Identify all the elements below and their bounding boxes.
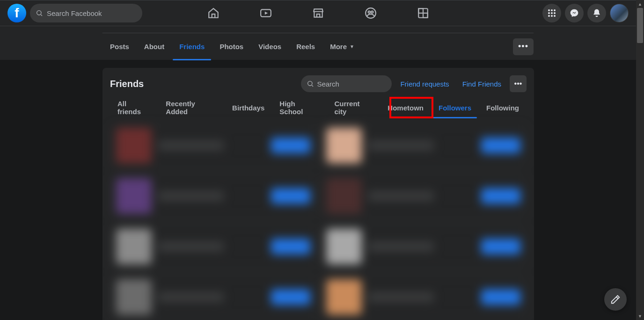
follower-avatar — [326, 229, 362, 264]
subtab-hometown[interactable]: Hometown — [380, 96, 431, 119]
notifications-button[interactable] — [587, 4, 606, 22]
center-nav — [189, 2, 447, 24]
friends-subtabs: All friends Recently Added Birthdays Hig… — [110, 96, 527, 119]
friend-requests-link[interactable]: Friend requests — [395, 80, 454, 88]
messenger-icon — [570, 8, 579, 18]
svg-point-4 — [366, 8, 376, 18]
marketplace-icon — [312, 7, 324, 19]
nav-gaming[interactable] — [399, 2, 447, 24]
follower-name — [368, 292, 434, 302]
profile-tab-more[interactable]: More ▼ — [322, 33, 362, 60]
add-friend-button[interactable] — [271, 138, 310, 153]
new-message-button[interactable] — [604, 288, 627, 311]
follower-avatar — [116, 229, 152, 264]
scrollbar-track[interactable] — [636, 8, 644, 312]
profile-tab-about[interactable]: About — [137, 33, 172, 60]
follower-name — [158, 292, 224, 302]
svg-marker-3 — [264, 12, 268, 15]
subtab-current-city[interactable]: Current city — [327, 96, 380, 119]
follower-name — [368, 241, 434, 252]
nav-home[interactable] — [189, 2, 238, 24]
add-friend-button[interactable] — [271, 289, 310, 305]
profile-tab-reels[interactable]: Reels — [289, 33, 322, 60]
search-icon — [307, 80, 314, 87]
follower-card[interactable] — [320, 276, 527, 318]
follower-card[interactable] — [320, 125, 527, 166]
follower-avatar — [116, 279, 152, 315]
follower-name — [368, 191, 434, 201]
subtab-following[interactable]: Following — [479, 96, 527, 119]
follower-card[interactable] — [110, 125, 316, 166]
subtab-birthdays[interactable]: Birthdays — [225, 96, 272, 119]
top-nav: f Search Facebook — [0, 0, 636, 26]
subtab-all-friends[interactable]: All friends — [110, 96, 158, 119]
follower-avatar — [116, 128, 152, 163]
profile-more-actions[interactable]: ••• — [513, 38, 534, 55]
svg-point-18 — [554, 15, 556, 17]
add-friend-button[interactable] — [481, 239, 520, 255]
add-friend-button[interactable] — [271, 239, 310, 255]
add-friend-button[interactable] — [271, 188, 310, 204]
svg-point-13 — [548, 12, 550, 14]
menu-button[interactable] — [542, 4, 561, 22]
friends-title: Friends — [110, 79, 144, 89]
home-icon — [207, 7, 220, 19]
subtab-recently-added[interactable]: Recently Added — [158, 96, 225, 119]
profile-tab-posts[interactable]: Posts — [102, 33, 137, 60]
subtab-followers[interactable]: Followers — [431, 96, 479, 119]
profile-tab-photos[interactable]: Photos — [212, 33, 251, 60]
nav-marketplace[interactable] — [294, 2, 343, 24]
svg-point-10 — [548, 9, 550, 11]
follower-avatar — [326, 279, 362, 315]
nav-watch[interactable] — [242, 2, 290, 24]
svg-point-6 — [371, 11, 373, 13]
add-friend-button[interactable] — [481, 188, 520, 204]
profile-tabs: Posts About Friends Photos Videos Reels … — [102, 33, 534, 60]
account-avatar[interactable] — [610, 4, 629, 22]
svg-point-17 — [551, 15, 553, 17]
friends-card: Friends Search Friend requests Find Frie… — [102, 68, 534, 320]
search-icon — [36, 9, 43, 17]
subtab-high-school[interactable]: High School — [272, 96, 327, 119]
follower-card[interactable] — [110, 276, 316, 318]
friends-search-placeholder: Search — [317, 80, 339, 88]
right-nav — [542, 4, 629, 22]
follower-avatar — [326, 128, 362, 163]
svg-point-14 — [551, 12, 553, 14]
scroll-down-arrow-icon[interactable]: ▼ — [636, 312, 644, 320]
svg-rect-8 — [418, 8, 423, 13]
global-search[interactable]: Search Facebook — [30, 4, 142, 22]
gaming-icon — [417, 7, 429, 19]
messenger-button[interactable] — [565, 4, 584, 22]
chevron-down-icon: ▼ — [350, 44, 354, 49]
profile-tab-more-label: More — [330, 43, 347, 51]
svg-rect-9 — [423, 13, 428, 18]
nav-groups[interactable] — [346, 2, 395, 24]
follower-name — [158, 140, 224, 151]
add-friend-button[interactable] — [481, 138, 520, 153]
follower-avatar — [116, 178, 152, 214]
follower-name — [158, 191, 224, 201]
scrollbar-thumb[interactable] — [637, 8, 643, 43]
global-search-placeholder: Search Facebook — [47, 9, 102, 17]
facebook-logo[interactable]: f — [7, 4, 26, 22]
follower-card[interactable] — [320, 226, 527, 267]
svg-point-0 — [37, 11, 41, 15]
svg-point-16 — [548, 15, 550, 17]
scroll-up-arrow-icon[interactable]: ▲ — [636, 0, 644, 8]
follower-card[interactable] — [110, 175, 316, 217]
grid-icon — [548, 9, 556, 17]
follower-card[interactable] — [320, 175, 527, 217]
vertical-scrollbar[interactable]: ▲ ▼ — [636, 0, 644, 320]
svg-line-20 — [312, 85, 314, 87]
bell-icon — [592, 8, 601, 18]
svg-point-11 — [551, 9, 553, 11]
find-friends-link[interactable]: Find Friends — [458, 80, 506, 88]
add-friend-button[interactable] — [481, 289, 520, 305]
svg-point-15 — [554, 12, 556, 14]
friends-search[interactable]: Search — [301, 75, 392, 92]
friends-more-actions[interactable]: ••• — [510, 75, 527, 92]
profile-tab-videos[interactable]: Videos — [251, 33, 289, 60]
follower-card[interactable] — [110, 226, 316, 267]
profile-tab-friends[interactable]: Friends — [172, 33, 212, 60]
